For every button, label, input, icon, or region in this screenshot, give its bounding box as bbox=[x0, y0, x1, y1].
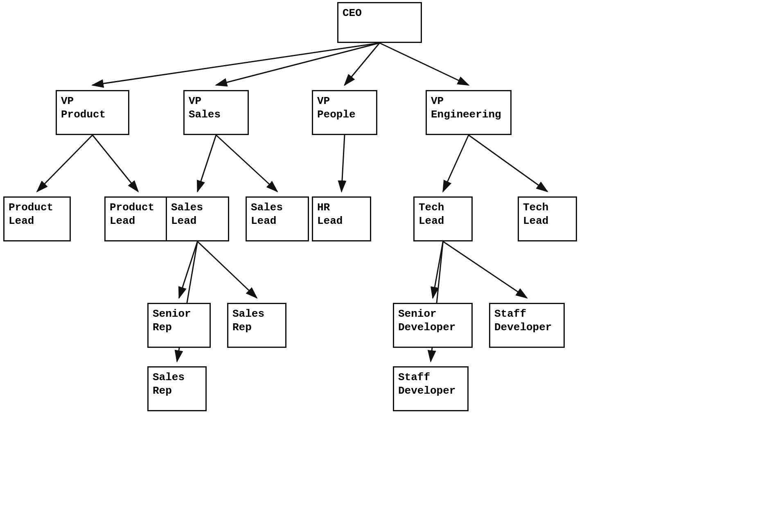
node-sales_rep_2: Sales Rep bbox=[147, 366, 207, 411]
node-sales_rep_1: Sales Rep bbox=[227, 303, 286, 348]
node-product_lead_1: Product Lead bbox=[3, 196, 71, 241]
node-vp_people: VP People bbox=[312, 90, 377, 135]
node-hr_lead: HR Lead bbox=[312, 196, 371, 241]
node-sales_lead_2: Sales Lead bbox=[246, 196, 309, 241]
node-staff_developer_1: Staff Developer bbox=[489, 303, 565, 348]
node-senior_developer: Senior Developer bbox=[393, 303, 473, 348]
node-tech_lead_1: Tech Lead bbox=[413, 196, 473, 241]
node-sales_lead_1: Sales Lead bbox=[166, 196, 229, 241]
node-ceo: CEO bbox=[337, 2, 422, 43]
node-vp_engineering: VP Engineering bbox=[426, 90, 512, 135]
node-vp_product: VP Product bbox=[56, 90, 129, 135]
node-product_lead_2: Product Lead bbox=[104, 196, 172, 241]
node-vp_sales: VP Sales bbox=[183, 90, 249, 135]
node-senior_rep: Senior Rep bbox=[147, 303, 211, 348]
org-chart: CEOVP ProductVP SalesVP PeopleVP Enginee… bbox=[0, 0, 762, 532]
node-staff_developer_2: Staff Developer bbox=[393, 366, 469, 411]
node-tech_lead_2: Tech Lead bbox=[518, 196, 577, 241]
